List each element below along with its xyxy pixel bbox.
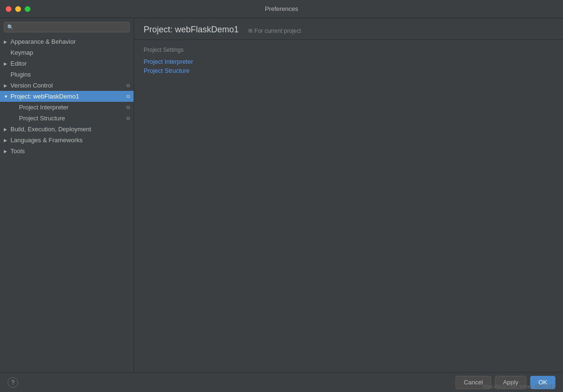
window-title: Preferences — [265, 5, 298, 12]
sidebar: 🔍 ▶Appearance & BehaviorKeymap▶EditorPlu… — [0, 18, 134, 372]
content-title: Project: webFlaskDemo1 — [144, 25, 239, 35]
sidebar-item-label: Project Interpreter — [19, 104, 125, 111]
arrow-icon: ▼ — [4, 94, 10, 99]
arrow-icon: ▶ — [4, 83, 10, 88]
arrow-icon: ▶ — [4, 127, 10, 132]
search-box[interactable]: 🔍 — [4, 22, 130, 32]
content-header: Project: webFlaskDemo1 ⊞ For current pro… — [134, 18, 563, 40]
main-container: 🔍 ▶Appearance & BehaviorKeymap▶EditorPlu… — [0, 18, 563, 372]
sidebar-item-label: Version Control — [10, 82, 125, 89]
sidebar-item-project-webflaskdemo1[interactable]: ▼Project: webFlaskDemo1⧉ — [0, 91, 134, 102]
copy-icon: ⧉ — [126, 83, 130, 88]
sidebar-item-project-structure[interactable]: Project Structure⧉ — [0, 113, 134, 124]
sidebar-item-label: Build, Execution, Deployment — [10, 126, 130, 133]
maximize-button[interactable] — [25, 6, 30, 12]
current-project-icon: ⊞ — [248, 28, 252, 34]
search-input[interactable] — [16, 24, 126, 30]
copy-icon: ⧉ — [126, 116, 130, 121]
copy-icon: ⧉ — [126, 94, 130, 99]
sidebar-item-label: Tools — [10, 147, 130, 155]
project-interpreter-link[interactable]: Project Interpreter — [144, 57, 553, 66]
arrow-icon: ▶ — [4, 138, 10, 143]
titlebar: Preferences — [0, 0, 563, 18]
sidebar-item-editor[interactable]: ▶Editor — [0, 58, 134, 69]
arrow-icon: ▶ — [4, 149, 10, 154]
window-controls[interactable] — [6, 6, 30, 12]
sidebar-item-label: Project: webFlaskDemo1 — [10, 93, 125, 100]
content-subtitle-text: For current project — [254, 28, 301, 34]
content-body: Project Settings Project InterpreterProj… — [134, 40, 563, 82]
bottom-bar: ? Cancel Apply OK — [0, 372, 563, 392]
sidebar-item-plugins[interactable]: Plugins — [0, 69, 134, 80]
sidebar-item-label: Appearance & Behavior — [10, 38, 130, 45]
close-button[interactable] — [6, 6, 11, 12]
sidebar-item-label: Keymap — [10, 49, 130, 56]
sidebar-item-version-control[interactable]: ▶Version Control⧉ — [0, 80, 134, 91]
help-button[interactable]: ? — [8, 377, 18, 388]
search-icon: 🔍 — [7, 24, 14, 30]
sidebar-item-label: Editor — [10, 60, 130, 67]
copy-icon: ⧉ — [126, 105, 130, 110]
section-label: Project Settings — [144, 47, 553, 53]
sidebar-item-label: Languages & Frameworks — [10, 137, 130, 144]
sidebar-items-container: ▶Appearance & BehaviorKeymap▶EditorPlugi… — [0, 36, 134, 157]
sidebar-item-languages-frameworks[interactable]: ▶Languages & Frameworks — [0, 135, 134, 146]
minimize-button[interactable] — [15, 6, 21, 12]
sidebar-item-appearance[interactable]: ▶Appearance & Behavior — [0, 36, 134, 47]
sidebar-item-keymap[interactable]: Keymap — [0, 47, 134, 58]
sidebar-item-build-execution[interactable]: ▶Build, Execution, Deployment — [0, 124, 134, 135]
content-panel: Project: webFlaskDemo1 ⊞ For current pro… — [134, 18, 563, 372]
sidebar-item-tools[interactable]: ▶Tools — [0, 146, 134, 157]
sidebar-item-label: Project Structure — [19, 115, 125, 122]
project-structure-link[interactable]: Project Structure — [144, 66, 553, 75]
content-subtitle: ⊞ For current project — [248, 28, 301, 34]
sidebar-item-project-interpreter[interactable]: Project Interpreter⧉ — [0, 102, 134, 113]
content-links: Project InterpreterProject Structure — [144, 57, 553, 75]
arrow-icon: ▶ — [4, 39, 10, 44]
arrow-icon: ▶ — [4, 61, 10, 66]
sidebar-item-label: Plugins — [10, 71, 130, 78]
watermark: https://blog.csdn.net/qq_43422111 — [483, 384, 555, 389]
